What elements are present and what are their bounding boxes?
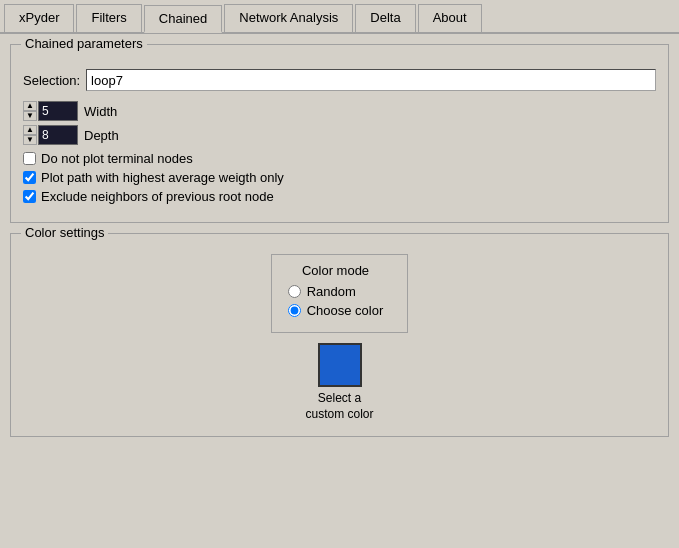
color-settings-content: Color mode Random Choose color Select ac… bbox=[23, 244, 656, 422]
radio-choose-row: Choose color bbox=[288, 303, 384, 318]
width-input[interactable] bbox=[38, 101, 78, 121]
radio-random-row: Random bbox=[288, 284, 384, 299]
depth-row: ▲ ▼ Depth bbox=[23, 125, 656, 145]
selection-input[interactable] bbox=[86, 69, 656, 91]
no-terminal-label: Do not plot terminal nodes bbox=[41, 151, 193, 166]
color-swatch[interactable] bbox=[318, 343, 362, 387]
tab-bar: xPyder Filters Chained Network Analysis … bbox=[0, 0, 679, 34]
width-up-arrow[interactable]: ▲ bbox=[23, 101, 37, 111]
main-content: Chained parameters Selection: ▲ ▼ Width … bbox=[0, 34, 679, 457]
checkbox-exclude-neighbors: Exclude neighbors of previous root node bbox=[23, 189, 656, 204]
depth-up-arrow[interactable]: ▲ bbox=[23, 125, 37, 135]
width-label: Width bbox=[84, 104, 117, 119]
color-settings-group: Color settings Color mode Random Choose … bbox=[10, 233, 669, 437]
highest-avg-checkbox[interactable] bbox=[23, 171, 36, 184]
chained-params-group: Chained parameters Selection: ▲ ▼ Width … bbox=[10, 44, 669, 223]
radio-random-label: Random bbox=[307, 284, 356, 299]
exclude-neighbors-checkbox[interactable] bbox=[23, 190, 36, 203]
chained-params-title: Chained parameters bbox=[21, 36, 147, 51]
depth-input[interactable] bbox=[38, 125, 78, 145]
depth-down-arrow[interactable]: ▼ bbox=[23, 135, 37, 145]
color-swatch-label: Select acustom color bbox=[305, 391, 373, 422]
width-arrows: ▲ ▼ bbox=[23, 101, 37, 121]
color-settings-title: Color settings bbox=[21, 225, 108, 240]
exclude-neighbors-label: Exclude neighbors of previous root node bbox=[41, 189, 274, 204]
selection-row: Selection: bbox=[23, 69, 656, 91]
depth-label: Depth bbox=[84, 128, 119, 143]
selection-label: Selection: bbox=[23, 73, 80, 88]
width-row: ▲ ▼ Width bbox=[23, 101, 656, 121]
radio-random[interactable] bbox=[288, 285, 301, 298]
tab-chained[interactable]: Chained bbox=[144, 5, 222, 33]
no-terminal-checkbox[interactable] bbox=[23, 152, 36, 165]
radio-choose[interactable] bbox=[288, 304, 301, 317]
tab-delta[interactable]: Delta bbox=[355, 4, 415, 32]
color-mode-title: Color mode bbox=[288, 263, 384, 278]
depth-arrows: ▲ ▼ bbox=[23, 125, 37, 145]
tab-about[interactable]: About bbox=[418, 4, 482, 32]
highest-avg-label: Plot path with highest average weigth on… bbox=[41, 170, 284, 185]
checkbox-no-terminal: Do not plot terminal nodes bbox=[23, 151, 656, 166]
tab-xpyder[interactable]: xPyder bbox=[4, 4, 74, 32]
color-swatch-container: Select acustom color bbox=[305, 343, 373, 422]
color-mode-box: Color mode Random Choose color bbox=[271, 254, 409, 333]
tab-filters[interactable]: Filters bbox=[76, 4, 141, 32]
width-down-arrow[interactable]: ▼ bbox=[23, 111, 37, 121]
checkbox-highest-avg: Plot path with highest average weigth on… bbox=[23, 170, 656, 185]
radio-choose-label: Choose color bbox=[307, 303, 384, 318]
tab-network-analysis[interactable]: Network Analysis bbox=[224, 4, 353, 32]
